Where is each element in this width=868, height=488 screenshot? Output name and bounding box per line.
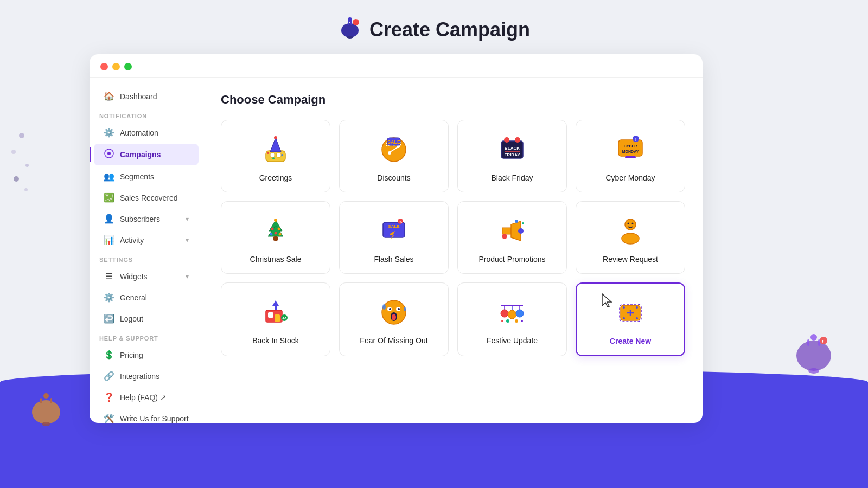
svg-point-15 [43,393,49,399]
chevron-subscribers: ▾ [186,215,189,223]
svg-rect-6 [807,339,809,346]
label-flash-sales: Flash Sales [374,255,413,264]
svg-point-101 [515,319,518,323]
sidebar-label-dashboard: Dashboard [120,92,157,101]
svg-text:BLACK: BLACK [505,146,520,151]
sidebar-item-campaigns[interactable]: Campaigns [94,144,199,165]
pricing-icon: 💲 [104,350,114,360]
svg-point-103 [521,320,523,322]
sidebar-item-logout[interactable]: ↩️ Logout [94,309,199,329]
label-create-new: Create New [610,337,651,345]
sidebar-item-sales-recovered[interactable]: 💹 Sales Recovered [94,188,199,208]
svg-point-109 [623,317,625,319]
label-fomo: Fear Of Missing Out [360,336,427,345]
svg-point-60 [279,233,282,236]
sidebar-item-activity[interactable]: 📊 Activity ▾ [94,230,199,250]
sidebar-label-activity: Activity [120,236,144,245]
sidebar-label-logout: Logout [120,314,143,323]
svg-point-100 [506,319,509,323]
campaign-card-fomo[interactable]: Fear Of Missing Out [339,282,449,356]
svg-rect-31 [270,153,275,157]
svg-rect-13 [40,398,42,403]
integrations-icon: 🔗 [104,371,114,381]
chevron-activity: ▾ [186,236,189,244]
logout-icon: ↩️ [104,313,114,324]
sidebar-section-notification: NOTIFICATION [90,107,203,121]
back-in-stock-icon: ↩ [259,296,292,329]
svg-point-12 [32,400,60,424]
campaign-card-discounts[interactable]: SALE SALE Discounts [339,120,449,192]
svg-point-57 [278,228,280,230]
sidebar-item-help-faq[interactable]: ❓ Help (FAQ) ↗ [94,387,199,407]
svg-point-22 [353,19,359,25]
help-icon: ❓ [104,392,114,402]
campaign-card-christmas-sale[interactable]: Christmas Sale [221,201,330,274]
svg-rect-78 [268,312,273,318]
sidebar-label-pricing: Pricing [120,351,143,359]
sidebar-item-pricing[interactable]: 💲 Pricing [94,345,199,365]
campaigns-icon [104,149,114,160]
svg-point-8 [810,334,817,341]
svg-point-56 [271,228,274,230]
svg-point-91 [382,304,386,310]
campaign-card-festive-update[interactable]: Festive Update [457,282,567,356]
sidebar: 🏠 Dashboard NOTIFICATION ⚙️ Automation C… [90,78,203,423]
subscribers-icon: 👤 [104,214,114,224]
campaign-card-review-request[interactable]: ★★★ Review Request [576,201,685,274]
sidebar-label-automation: Automation [120,129,158,137]
svg-point-3 [14,176,19,182]
svg-point-9 [808,368,819,374]
svg-point-107 [623,306,625,309]
svg-text:MONDAY: MONDAY [622,150,639,153]
svg-point-87 [389,308,391,310]
label-black-friday: Black Friday [491,174,533,182]
svg-point-44 [515,137,520,143]
product-promotions-icon [496,215,528,247]
svg-text:FRIDAY: FRIDAY [504,152,520,157]
svg-point-110 [636,317,638,319]
sidebar-item-integrations[interactable]: 🔗 Integrations [94,366,199,386]
svg-point-27 [274,136,277,139]
svg-text:CYBER: CYBER [624,144,637,148]
dot-red[interactable] [100,63,108,70]
window-body: 🏠 Dashboard NOTIFICATION ⚙️ Automation C… [90,78,703,423]
sidebar-item-dashboard[interactable]: 🏠 Dashboard [94,86,199,106]
svg-point-21 [347,36,353,39]
campaign-card-product-promotions[interactable]: Product Promotions [457,201,567,274]
campaign-card-flash-sales[interactable]: SALE % Flash Sales [339,201,449,274]
window-titlebar [90,54,703,78]
sidebar-item-subscribers[interactable]: 👤 Subscribers ▾ [94,209,199,229]
svg-text:★★★: ★★★ [625,237,640,243]
svg-rect-32 [277,153,281,157]
campaign-card-cyber-monday[interactable]: CYBER MONDAY ! Cyber Monday [576,120,685,192]
sales-icon: 💹 [104,192,114,203]
sidebar-item-write-support[interactable]: 🛠️ Write Us for Support [94,408,199,423]
discounts-icon: SALE SALE [378,133,410,166]
activity-icon: 📊 [104,235,114,245]
greetings-icon [259,133,292,166]
svg-rect-68 [502,234,507,239]
svg-point-70 [515,220,518,223]
deco-bell-left [27,388,65,434]
sidebar-label-widgets: Widgets [120,272,148,281]
fomo-icon [378,296,410,329]
sidebar-item-general[interactable]: ⚙️ General [94,287,199,307]
sidebar-item-widgets[interactable]: ☰ Widgets ▾ [94,266,199,286]
campaign-card-greetings[interactable]: Greetings [221,120,330,192]
label-review-request: Review Request [603,255,658,264]
sidebar-item-segments[interactable]: 👥 Segments [94,166,199,187]
svg-point-74 [628,223,629,224]
svg-point-88 [398,308,400,310]
campaign-card-back-in-stock[interactable]: ↩ Back In Stock [221,282,330,356]
campaign-card-black-friday[interactable]: BLACK FRIDAY Black Friday [457,120,567,192]
svg-point-29 [281,154,283,156]
svg-point-0 [19,133,24,138]
sidebar-item-automation[interactable]: ⚙️ Automation [94,123,199,143]
svg-marker-26 [270,138,281,152]
campaign-card-create-new[interactable]: Create New [576,282,685,356]
sidebar-label-sales: Sales Recovered [120,194,178,202]
svg-point-102 [501,320,503,322]
dot-yellow[interactable] [112,63,120,70]
dot-green[interactable] [124,63,132,70]
sidebar-section-settings: SETTINGS [90,251,203,265]
